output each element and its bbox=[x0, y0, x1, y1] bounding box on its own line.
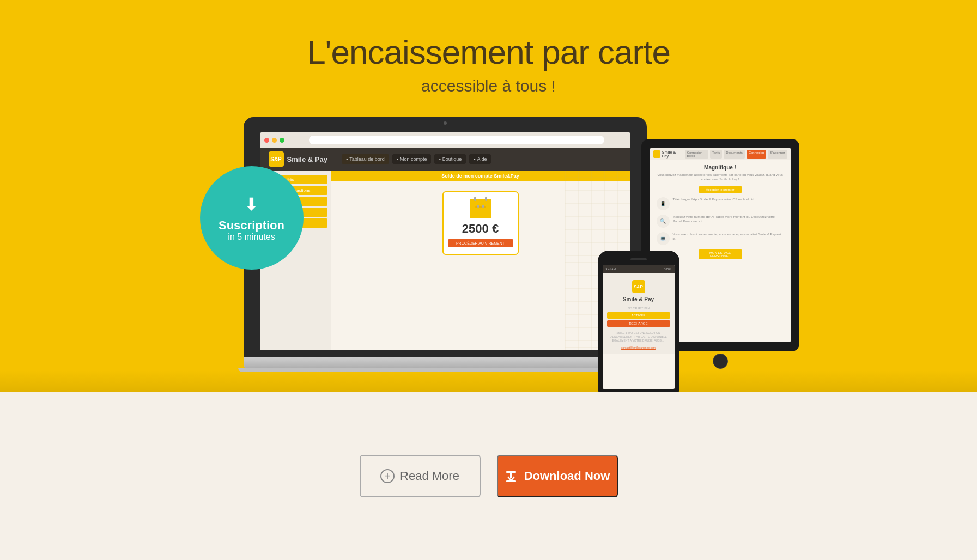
svg-rect-6 bbox=[506, 480, 516, 482]
amount-card: 2500 € PROCÉDER AU VIREMENT bbox=[442, 191, 519, 255]
balance-amount: 2500 € bbox=[448, 222, 513, 236]
phone-hero: S&P Smile & Pay INSCRIPTION ACTIVER RECH… bbox=[603, 273, 675, 354]
help-icon: ▪ bbox=[474, 156, 475, 162]
phone-body-text: SMILE & PAY EST UNE SOLUTION D'ENCAISSEM… bbox=[607, 331, 670, 343]
nav-dashboard: ▪ Tableau de bord bbox=[342, 154, 389, 164]
tablet-nav-connexion: Connexion perso bbox=[685, 150, 708, 159]
phone-device: 9:41 AM 100% S&P Smile & Pay INSCRIPTION… bbox=[598, 251, 679, 392]
laptop-content: Mes actualités Détail des transactions S… bbox=[260, 171, 630, 350]
phone-brand: Smile & Pay bbox=[607, 296, 670, 302]
tablet-content: Magnifique ! Vous pouvez maintenant acce… bbox=[650, 160, 791, 266]
feature-icon-3: 💻 bbox=[657, 232, 670, 245]
feature-row-1: 📱 Téléchargez l'App Smile & Pay sur votr… bbox=[654, 197, 786, 210]
download-now-button[interactable]: Download Now bbox=[497, 455, 618, 497]
url-bar bbox=[309, 136, 604, 144]
user-icon: ▪ bbox=[397, 156, 398, 162]
app-logo: S&P bbox=[269, 151, 284, 167]
phone-account-btn: RECHARGE bbox=[607, 320, 670, 327]
download-now-label: Download Now bbox=[524, 469, 610, 483]
devices-container: ⬇ Suscription in 5 minutes S bbox=[244, 117, 734, 392]
laptop-foot bbox=[238, 368, 652, 372]
read-more-label: Read More bbox=[400, 469, 459, 483]
tablet-title: Magnifique ! bbox=[654, 165, 786, 171]
phone-logo: S&P bbox=[632, 280, 645, 293]
calendar-icon bbox=[470, 199, 491, 218]
svg-rect-2 bbox=[477, 205, 479, 208]
laptop-base bbox=[244, 357, 647, 368]
feature-text-1: Téléchargez l'App Smile & Pay sur votre … bbox=[673, 197, 754, 202]
tablet-body-text: Vous pouvez maintenant accepter les paie… bbox=[654, 173, 786, 182]
bottom-section: + Read More Download Now bbox=[0, 392, 977, 560]
svg-rect-5 bbox=[510, 473, 512, 478]
phone-status-right: 100% bbox=[664, 267, 671, 271]
tablet-logo-area: Smile & Pay bbox=[653, 150, 683, 158]
hero-section: L'encaissement par carte accessible à to… bbox=[0, 0, 977, 392]
tablet-nav-tarifs: Tarifs bbox=[710, 150, 722, 159]
phone-email: contact@smilesursmee.com bbox=[607, 346, 670, 349]
feature-text-2: Indiquez votre numéro IBAN, Tapez votre … bbox=[673, 215, 784, 224]
svg-rect-3 bbox=[482, 205, 484, 208]
tablet-section-cta: MON ESPACE PERSONNEL bbox=[699, 249, 742, 259]
tablet-home-button bbox=[713, 354, 728, 369]
tablet-navbar: Smile & Pay Connexion perso Tarifs Docum… bbox=[650, 148, 791, 160]
laptop-main: Solde de mon compte Smile&Pay bbox=[331, 171, 630, 350]
tablet-brand: Smile & Pay bbox=[662, 150, 683, 158]
subscription-circle: ⬇ Suscription in 5 minutes bbox=[200, 166, 304, 270]
tablet-nav-subscribe: S'abonner bbox=[768, 150, 787, 159]
tablet-logo bbox=[653, 150, 660, 158]
svg-rect-1 bbox=[475, 206, 486, 208]
minimize-dot bbox=[272, 138, 277, 143]
phone-activate-btn: ACTIVER bbox=[607, 312, 670, 319]
laptop-navbar: S&P Smile & Pay ▪ Tableau de bord ▪ Mon … bbox=[260, 148, 630, 171]
close-dot bbox=[264, 138, 269, 143]
hero-title: L'encaissement par carte bbox=[307, 33, 670, 71]
feature-row-3: 💻 Vous avez plus à votre compte, votre e… bbox=[654, 232, 786, 245]
phone-status-left: 9:41 AM bbox=[606, 267, 616, 271]
feature-icon-1: 📱 bbox=[657, 197, 670, 210]
laptop-device: S&P Smile & Pay ▪ Tableau de bord ▪ Mon … bbox=[244, 117, 647, 379]
proceder-button: PROCÉDER AU VIREMENT bbox=[448, 239, 513, 247]
app-brand: Smile & Pay bbox=[287, 155, 327, 163]
tablet-nav-btns: Connexion perso Tarifs Documents Connexi… bbox=[685, 150, 787, 159]
nav-aide: ▪ Aide bbox=[469, 154, 491, 164]
tablet-nav-docs: Documents bbox=[724, 150, 744, 159]
subscription-title: Suscription bbox=[219, 219, 284, 232]
feature-icon-2: 🔍 bbox=[657, 215, 670, 228]
feature-row-2: 🔍 Indiquez votre numéro IBAN, Tapez votr… bbox=[654, 215, 786, 228]
titlebar bbox=[260, 132, 630, 148]
tablet-nav-connect: Connexion bbox=[747, 150, 767, 159]
plus-icon: + bbox=[380, 469, 395, 483]
phone-statusbar: 9:41 AM 100% bbox=[603, 265, 675, 273]
laptop-screen: S&P Smile & Pay ▪ Tableau de bord ▪ Mon … bbox=[260, 132, 630, 350]
download-icon bbox=[505, 470, 518, 483]
maximize-dot bbox=[280, 138, 284, 143]
bar-chart-icon: ▪ bbox=[346, 156, 348, 162]
nav-boutique: ▪ Boutique bbox=[434, 154, 466, 164]
download-icon: ⬇ bbox=[244, 194, 259, 215]
phone-screen: 9:41 AM 100% S&P Smile & Pay INSCRIPTION… bbox=[603, 265, 675, 389]
hero-subtitle: accessible à tous ! bbox=[421, 77, 556, 95]
phone-cta-label: INSCRIPTION bbox=[607, 307, 670, 310]
phone-body: 9:41 AM 100% S&P Smile & Pay INSCRIPTION… bbox=[598, 251, 679, 392]
svg-rect-4 bbox=[506, 471, 516, 473]
nav-account: ▪ Mon compte bbox=[392, 154, 432, 164]
read-more-button[interactable]: + Read More bbox=[360, 455, 481, 497]
laptop-body: S&P Smile & Pay ▪ Tableau de bord ▪ Mon … bbox=[244, 117, 647, 357]
cart-icon: ▪ bbox=[439, 156, 440, 162]
laptop-camera bbox=[444, 121, 447, 125]
feature-text-3: Vous avez plus à votre compte, votre esp… bbox=[673, 232, 784, 241]
phone-speaker bbox=[630, 258, 647, 260]
tablet-cta-btn: Accepter le premier bbox=[699, 186, 742, 193]
subscription-subtitle: in 5 minutes bbox=[228, 232, 275, 242]
